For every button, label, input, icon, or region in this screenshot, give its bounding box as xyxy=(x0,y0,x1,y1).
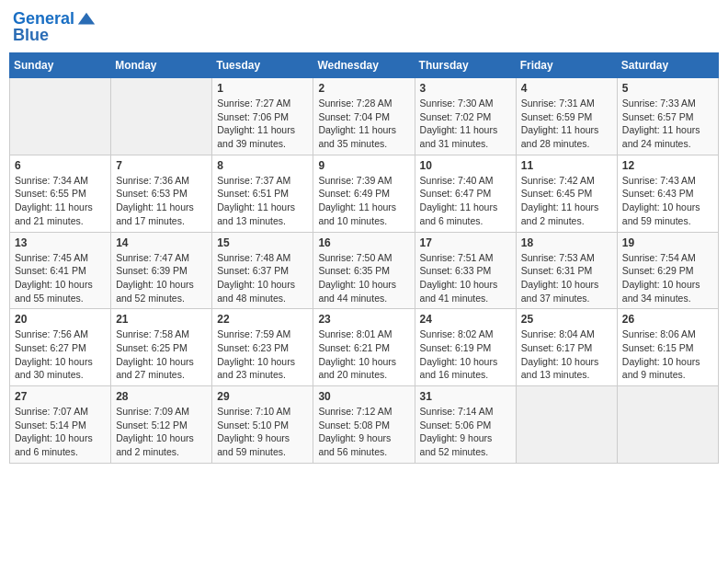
calendar-header-row: SundayMondayTuesdayWednesdayThursdayFrid… xyxy=(10,53,719,78)
day-cell: 23 Sunrise: 8:01 AMSunset: 6:21 PMDaylig… xyxy=(313,309,415,386)
day-cell: 15 Sunrise: 7:48 AMSunset: 6:37 PMDaylig… xyxy=(212,232,313,309)
day-cell: 17 Sunrise: 7:51 AMSunset: 6:33 PMDaylig… xyxy=(415,232,516,309)
day-cell: 5 Sunrise: 7:33 AMSunset: 6:57 PMDayligh… xyxy=(617,78,718,155)
day-cell: 16 Sunrise: 7:50 AMSunset: 6:35 PMDaylig… xyxy=(313,232,415,309)
logo: General Blue xyxy=(13,9,97,45)
day-number: 17 xyxy=(420,236,511,249)
day-header-monday: Monday xyxy=(111,53,212,78)
day-cell: 20 Sunrise: 7:56 AMSunset: 6:27 PMDaylig… xyxy=(10,309,111,386)
logo-icon xyxy=(76,9,97,29)
day-cell xyxy=(10,78,111,155)
week-row-5: 27 Sunrise: 7:07 AMSunset: 5:14 PMDaylig… xyxy=(10,386,719,464)
calendar-table: SundayMondayTuesdayWednesdayThursdayFrid… xyxy=(9,52,719,464)
svg-marker-0 xyxy=(78,13,95,25)
day-number: 21 xyxy=(116,313,207,326)
day-cell: 13 Sunrise: 7:45 AMSunset: 6:41 PMDaylig… xyxy=(10,232,111,309)
day-number: 3 xyxy=(420,82,511,95)
day-info: Sunrise: 7:36 AMSunset: 6:53 PMDaylight:… xyxy=(116,174,207,228)
day-info: Sunrise: 7:47 AMSunset: 6:39 PMDaylight:… xyxy=(116,251,207,305)
day-number: 1 xyxy=(217,82,308,95)
day-info: Sunrise: 7:37 AMSunset: 6:51 PMDaylight:… xyxy=(217,174,308,228)
week-row-4: 20 Sunrise: 7:56 AMSunset: 6:27 PMDaylig… xyxy=(10,309,719,386)
day-number: 14 xyxy=(116,236,207,249)
day-number: 10 xyxy=(420,159,511,172)
day-cell: 6 Sunrise: 7:34 AMSunset: 6:55 PMDayligh… xyxy=(10,155,111,232)
day-number: 27 xyxy=(15,390,106,403)
day-info: Sunrise: 8:02 AMSunset: 6:19 PMDaylight:… xyxy=(420,327,511,382)
day-info: Sunrise: 7:56 AMSunset: 6:27 PMDaylight:… xyxy=(15,327,106,382)
day-number: 12 xyxy=(622,159,713,172)
day-info: Sunrise: 7:40 AMSunset: 6:47 PMDaylight:… xyxy=(420,174,511,228)
day-info: Sunrise: 7:39 AMSunset: 6:49 PMDaylight:… xyxy=(318,174,409,228)
day-header-tuesday: Tuesday xyxy=(212,53,313,78)
day-info: Sunrise: 7:28 AMSunset: 7:04 PMDaylight:… xyxy=(318,97,409,151)
day-number: 31 xyxy=(420,390,511,403)
day-info: Sunrise: 7:51 AMSunset: 6:33 PMDaylight:… xyxy=(420,251,511,305)
day-info: Sunrise: 7:42 AMSunset: 6:45 PMDaylight:… xyxy=(521,174,612,228)
day-number: 9 xyxy=(318,159,409,172)
day-info: Sunrise: 7:43 AMSunset: 6:43 PMDaylight:… xyxy=(622,174,713,228)
day-cell: 25 Sunrise: 8:04 AMSunset: 6:17 PMDaylig… xyxy=(516,309,617,386)
day-number: 6 xyxy=(15,159,106,172)
day-cell: 29 Sunrise: 7:10 AMSunset: 5:10 PMDaylig… xyxy=(212,386,313,464)
day-cell: 31 Sunrise: 7:14 AMSunset: 5:06 PMDaylig… xyxy=(415,386,516,464)
day-number: 22 xyxy=(217,313,308,326)
day-number: 19 xyxy=(622,236,713,249)
day-info: Sunrise: 7:14 AMSunset: 5:06 PMDaylight:… xyxy=(420,405,511,459)
day-info: Sunrise: 7:10 AMSunset: 5:10 PMDaylight:… xyxy=(217,405,308,459)
day-number: 30 xyxy=(318,390,409,403)
day-cell xyxy=(111,78,212,155)
day-cell: 26 Sunrise: 8:06 AMSunset: 6:15 PMDaylig… xyxy=(617,309,718,386)
day-cell: 22 Sunrise: 7:59 AMSunset: 6:23 PMDaylig… xyxy=(212,309,313,386)
day-header-friday: Friday xyxy=(516,53,617,78)
day-cell: 14 Sunrise: 7:47 AMSunset: 6:39 PMDaylig… xyxy=(111,232,212,309)
day-number: 5 xyxy=(622,82,713,95)
day-number: 13 xyxy=(15,236,106,249)
day-cell xyxy=(516,386,617,464)
day-cell xyxy=(617,386,718,464)
day-cell: 11 Sunrise: 7:42 AMSunset: 6:45 PMDaylig… xyxy=(516,155,617,232)
day-number: 16 xyxy=(318,236,409,249)
day-cell: 9 Sunrise: 7:39 AMSunset: 6:49 PMDayligh… xyxy=(313,155,415,232)
day-header-saturday: Saturday xyxy=(617,53,718,78)
day-info: Sunrise: 8:06 AMSunset: 6:15 PMDaylight:… xyxy=(622,327,713,382)
day-number: 4 xyxy=(521,82,612,95)
day-number: 7 xyxy=(116,159,207,172)
day-cell: 18 Sunrise: 7:53 AMSunset: 6:31 PMDaylig… xyxy=(516,232,617,309)
day-number: 8 xyxy=(217,159,308,172)
day-cell: 3 Sunrise: 7:30 AMSunset: 7:02 PMDayligh… xyxy=(415,78,516,155)
day-info: Sunrise: 7:07 AMSunset: 5:14 PMDaylight:… xyxy=(15,405,106,459)
day-info: Sunrise: 8:01 AMSunset: 6:21 PMDaylight:… xyxy=(318,327,409,382)
day-info: Sunrise: 7:34 AMSunset: 6:55 PMDaylight:… xyxy=(15,174,106,228)
week-row-1: 1 Sunrise: 7:27 AMSunset: 7:06 PMDayligh… xyxy=(10,78,719,155)
day-header-thursday: Thursday xyxy=(415,53,516,78)
day-cell: 4 Sunrise: 7:31 AMSunset: 6:59 PMDayligh… xyxy=(516,78,617,155)
day-cell: 12 Sunrise: 7:43 AMSunset: 6:43 PMDaylig… xyxy=(617,155,718,232)
page-header: General Blue xyxy=(9,9,719,45)
day-number: 15 xyxy=(217,236,308,249)
day-cell: 2 Sunrise: 7:28 AMSunset: 7:04 PMDayligh… xyxy=(313,78,415,155)
day-info: Sunrise: 7:30 AMSunset: 7:02 PMDaylight:… xyxy=(420,97,511,151)
week-row-3: 13 Sunrise: 7:45 AMSunset: 6:41 PMDaylig… xyxy=(10,232,719,309)
day-cell: 21 Sunrise: 7:58 AMSunset: 6:25 PMDaylig… xyxy=(111,309,212,386)
week-row-2: 6 Sunrise: 7:34 AMSunset: 6:55 PMDayligh… xyxy=(10,155,719,232)
day-info: Sunrise: 7:48 AMSunset: 6:37 PMDaylight:… xyxy=(217,251,308,305)
day-info: Sunrise: 8:04 AMSunset: 6:17 PMDaylight:… xyxy=(521,327,612,382)
day-number: 18 xyxy=(521,236,612,249)
day-info: Sunrise: 7:31 AMSunset: 6:59 PMDaylight:… xyxy=(521,97,612,151)
day-number: 29 xyxy=(217,390,308,403)
day-cell: 30 Sunrise: 7:12 AMSunset: 5:08 PMDaylig… xyxy=(313,386,415,464)
day-info: Sunrise: 7:12 AMSunset: 5:08 PMDaylight:… xyxy=(318,405,409,459)
day-info: Sunrise: 7:58 AMSunset: 6:25 PMDaylight:… xyxy=(116,327,207,382)
day-cell: 27 Sunrise: 7:07 AMSunset: 5:14 PMDaylig… xyxy=(10,386,111,464)
day-info: Sunrise: 7:33 AMSunset: 6:57 PMDaylight:… xyxy=(622,97,713,151)
day-header-sunday: Sunday xyxy=(10,53,111,78)
day-info: Sunrise: 7:50 AMSunset: 6:35 PMDaylight:… xyxy=(318,251,409,305)
day-header-wednesday: Wednesday xyxy=(313,53,415,78)
day-cell: 24 Sunrise: 8:02 AMSunset: 6:19 PMDaylig… xyxy=(415,309,516,386)
day-info: Sunrise: 7:09 AMSunset: 5:12 PMDaylight:… xyxy=(116,405,207,459)
day-info: Sunrise: 7:27 AMSunset: 7:06 PMDaylight:… xyxy=(217,97,308,151)
day-number: 28 xyxy=(116,390,207,403)
day-info: Sunrise: 7:59 AMSunset: 6:23 PMDaylight:… xyxy=(217,327,308,382)
day-cell: 8 Sunrise: 7:37 AMSunset: 6:51 PMDayligh… xyxy=(212,155,313,232)
